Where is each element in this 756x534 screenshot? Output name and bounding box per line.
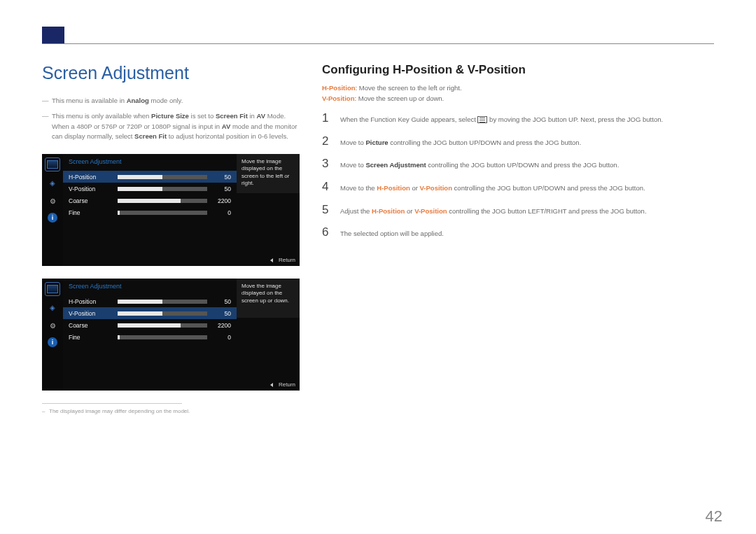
osd-screenshot-vposition: ◈ ⚙ i Screen Adjustment H-Position 50 V-…: [42, 279, 300, 391]
back-triangle-icon: [270, 383, 273, 387]
step-text: Move to the H-Position or V-Position con…: [340, 181, 645, 193]
osd-slider: [118, 300, 207, 304]
step-number: 2: [322, 135, 332, 148]
step-number: 3: [322, 157, 332, 171]
osd-row-fine: Fine 0: [63, 206, 237, 218]
osd-row-fine: Fine 0: [63, 331, 237, 343]
osd-row-hposition: H-Position 50: [63, 171, 237, 183]
osd-tooltip: Move the image displayed on the screen t…: [237, 154, 300, 193]
osd-value: 50: [207, 174, 231, 181]
osd-main: Screen Adjustment H-Position 50 V-Positi…: [63, 154, 237, 266]
osd-slider: [118, 175, 207, 179]
steps-list: 1 When the Function Key Guide appears, s…: [322, 112, 714, 239]
pattern-icon: ◈: [46, 176, 59, 189]
osd-slider-fill: [118, 300, 162, 304]
pattern-icon: ◈: [46, 301, 59, 314]
n2-b1: Picture Size: [151, 112, 189, 120]
n2-b4: AV: [222, 122, 231, 130]
n2-b2: Screen Fit: [216, 112, 248, 120]
osd-value: 50: [207, 298, 231, 305]
osd-label: V-Position: [69, 310, 118, 317]
s3-post: controlling the JOG button UP/DOWN and p…: [426, 161, 620, 169]
footnote: The displayed image may differ depending…: [42, 408, 301, 414]
return-label: Return: [279, 257, 295, 263]
desc2-text: : Move the screen up or down.: [354, 94, 444, 102]
n2-b5: Screen Fit: [134, 132, 167, 140]
note-analog: This menu is available in Analog mode on…: [42, 96, 301, 106]
gear-icon: ⚙: [46, 195, 59, 207]
s2-bold: Picture: [365, 139, 388, 146]
osd-row-coarse: Coarse 2200: [63, 195, 237, 206]
s4-pre: Move to the: [340, 184, 377, 192]
n2-b3: AV: [257, 112, 266, 120]
osd-slider-fill: [118, 187, 162, 191]
osd-value: 50: [207, 185, 231, 192]
desc2-label: V-Position: [322, 94, 354, 102]
osd-label: H-Position: [69, 174, 118, 181]
osd-slider: [118, 211, 207, 215]
n2-mid2: in: [248, 112, 257, 120]
step-text: Adjust the H-Position or V-Position cont…: [340, 204, 647, 216]
s2-post: controlling the JOG button UP/DOWN and p…: [388, 139, 582, 146]
step-number: 1: [322, 112, 332, 125]
step-5: 5 Adjust the H-Position or V-Position co…: [322, 204, 714, 217]
s4-o2: V-Position: [420, 184, 452, 192]
osd-slider-fill: [118, 211, 120, 215]
osd-value: 50: [207, 310, 231, 317]
step-1: 1 When the Function Key Guide appears, s…: [322, 112, 714, 125]
osd-slider-fill: [118, 199, 181, 203]
s4-o1: H-Position: [377, 184, 410, 192]
step-3: 3 Move to Screen Adjustment controlling …: [322, 157, 714, 171]
osd-footer: Return: [270, 257, 295, 263]
back-triangle-icon: [270, 258, 273, 262]
footnote-divider: [42, 403, 182, 404]
n2-post: to adjust horizontal position in 0-6 lev…: [167, 132, 288, 140]
monitor-icon: [46, 283, 59, 295]
step-number: 4: [322, 181, 332, 194]
s1-post: by moving the JOG button UP. Next, press…: [487, 115, 663, 123]
step-number: 6: [322, 226, 332, 239]
osd-value: 0: [207, 209, 231, 216]
s4-mid: or: [410, 184, 420, 192]
gear-icon: ⚙: [46, 319, 59, 332]
osd-footer: Return: [270, 381, 295, 388]
osd-slider-fill: [118, 323, 181, 328]
left-column: Screen Adjustment This menu is available…: [42, 63, 301, 414]
s5-o1: H-Position: [372, 207, 405, 215]
osd-main: Screen Adjustment H-Position 50 V-Positi…: [63, 279, 237, 391]
right-column: Configuring H-Position & V-Position H-Po…: [322, 63, 714, 414]
osd-row-vposition: V-Position 50: [63, 307, 237, 319]
osd-label: Fine: [69, 209, 118, 216]
osd-screenshot-hposition: ◈ ⚙ i Screen Adjustment H-Position 50 V-…: [42, 154, 300, 266]
step-number: 5: [322, 204, 332, 217]
monitor-icon: [46, 158, 59, 171]
s5-pre: Adjust the: [340, 207, 372, 215]
osd-title: Screen Adjustment: [63, 279, 237, 295]
info-icon: i: [48, 213, 57, 223]
osd-label: Fine: [69, 334, 118, 341]
s2-pre: Move to: [340, 139, 365, 146]
step-4: 4 Move to the H-Position or V-Position c…: [322, 181, 714, 194]
osd-value: 0: [207, 334, 231, 341]
step-2: 2 Move to Picture controlling the JOG bu…: [322, 135, 714, 148]
note1-post: mode only.: [149, 97, 183, 104]
step-text: When the Function Key Guide appears, sel…: [340, 112, 663, 125]
desc1-text: : Move the screen to the left or right.: [356, 84, 462, 92]
step-text: Move to Picture controlling the JOG butt…: [340, 135, 581, 148]
osd-label: Coarse: [69, 197, 118, 204]
osd-slider-fill: [118, 335, 120, 339]
s5-o2: V-Position: [414, 207, 447, 215]
page-content: Screen Adjustment This menu is available…: [42, 63, 714, 414]
n2-mid1: is set to: [189, 112, 216, 120]
osd-slider-fill: [118, 311, 162, 316]
osd-slider-fill: [118, 175, 162, 179]
header-divider: [42, 43, 714, 44]
desc1-label: H-Position: [322, 84, 356, 92]
osd-row-coarse: Coarse 2200: [63, 319, 237, 331]
page-number: 42: [706, 507, 722, 526]
osd-label: V-Position: [69, 185, 118, 192]
note1-bold: Analog: [127, 97, 149, 104]
osd-value: 2200: [207, 322, 231, 329]
header-accent-block: [42, 27, 64, 43]
step-text: The selected option will be applied.: [340, 226, 444, 239]
